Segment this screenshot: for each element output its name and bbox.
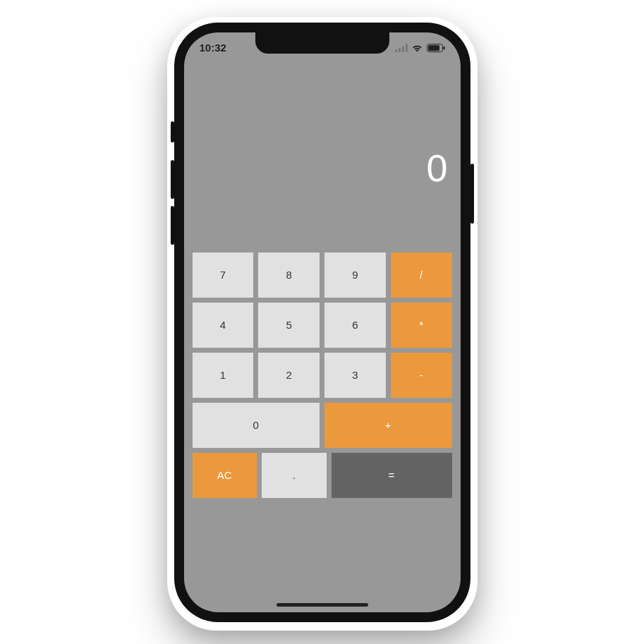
digit-3-button[interactable]: 3 — [324, 353, 386, 398]
battery-icon — [427, 44, 445, 52]
digit-6-button[interactable]: 6 — [324, 303, 386, 348]
side-button-vol-up — [171, 160, 174, 199]
multiply-button[interactable]: * — [391, 303, 452, 348]
digit-2-button[interactable]: 2 — [258, 353, 320, 398]
divide-button[interactable]: / — [391, 253, 452, 298]
keypad: 7 8 9 / 4 5 6 * 1 2 3 - 0 — [193, 253, 452, 503]
phone-frame: 10:32 — [174, 23, 470, 622]
digit-7-button[interactable]: 7 — [193, 253, 254, 298]
svg-rect-1 — [399, 48, 401, 52]
side-button-vol-down — [171, 206, 174, 245]
wifi-icon — [411, 44, 423, 52]
side-button-power — [470, 164, 474, 224]
svg-rect-2 — [402, 46, 404, 52]
digit-0-button[interactable]: 0 — [193, 403, 320, 448]
decimal-button[interactable]: . — [262, 453, 327, 498]
equals-button[interactable]: = — [332, 453, 452, 498]
svg-rect-0 — [395, 49, 397, 52]
side-button-silence — [171, 121, 174, 142]
clear-button[interactable]: AC — [193, 453, 257, 498]
add-button[interactable]: + — [324, 403, 452, 448]
notch — [255, 32, 389, 54]
svg-rect-5 — [428, 45, 439, 51]
digit-9-button[interactable]: 9 — [324, 253, 386, 298]
status-icons-group — [395, 44, 445, 52]
svg-rect-3 — [406, 44, 408, 52]
svg-rect-6 — [443, 46, 444, 49]
digit-1-button[interactable]: 1 — [193, 353, 254, 398]
calculator-display: 0 — [184, 149, 461, 187]
digit-4-button[interactable]: 4 — [193, 303, 254, 348]
display-value: 0 — [426, 147, 447, 189]
cellular-icon — [395, 44, 408, 52]
screen: 10:32 — [184, 32, 461, 612]
status-time: 10:32 — [200, 42, 226, 54]
digit-5-button[interactable]: 5 — [258, 303, 320, 348]
digit-8-button[interactable]: 8 — [258, 253, 320, 298]
home-indicator[interactable] — [277, 603, 368, 607]
subtract-button[interactable]: - — [391, 353, 452, 398]
